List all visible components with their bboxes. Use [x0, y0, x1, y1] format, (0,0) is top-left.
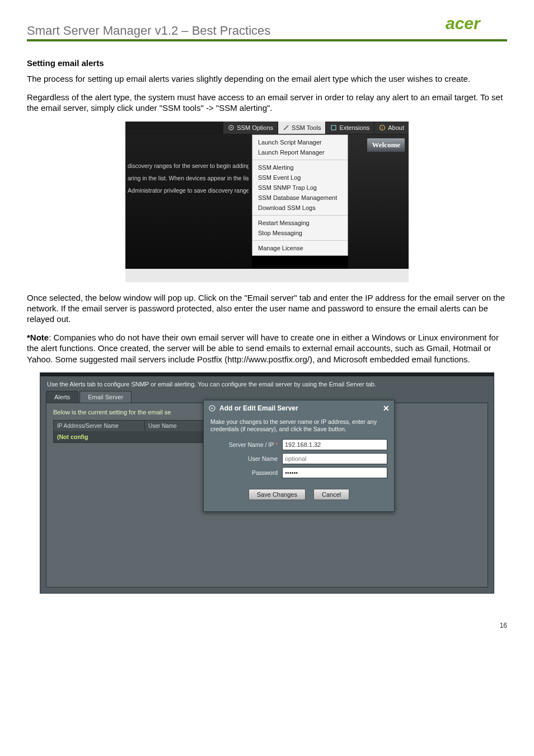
- menu-about[interactable]: i About: [374, 122, 409, 134]
- dropdown-item-ssm-database-management[interactable]: SSM Database Management: [252, 193, 348, 203]
- screenshot-left-text: discovery ranges for the server to begin…: [125, 134, 252, 269]
- dropdown-item-stop-messaging[interactable]: Stop Messaging: [252, 228, 348, 238]
- bg-text-line: aring in the list. When devices appear i…: [128, 175, 249, 181]
- screenshot-ssm-tools-menu: SSM Options SSM Tools Extensions i About…: [125, 122, 409, 282]
- menubar: SSM Options SSM Tools Extensions i About: [125, 122, 409, 134]
- dropdown-item-ssm-event-log[interactable]: SSM Event Log: [252, 172, 348, 183]
- email-server-table: IP Address/Server Name User Name (Not co…: [53, 420, 211, 443]
- note-text: : Companies who do not have their own em…: [27, 333, 499, 363]
- section-heading: Setting email alerts: [27, 58, 507, 68]
- close-icon[interactable]: ✕: [383, 404, 390, 413]
- tab-email-server[interactable]: Email Server: [79, 391, 132, 403]
- dropdown-item-download-ssm-logs[interactable]: Download SSM Logs: [252, 203, 348, 213]
- acer-logo: acer: [446, 16, 507, 38]
- menu-extensions[interactable]: Extensions: [325, 122, 374, 134]
- paragraph-1: The process for setting up email alerts …: [27, 73, 507, 84]
- svg-rect-3: [331, 125, 336, 130]
- menu-ssm-options[interactable]: SSM Options: [223, 122, 278, 134]
- paragraph-3: Once selected, the below window will pop…: [27, 292, 507, 325]
- bg-text-line: discovery ranges for the server to begin…: [128, 162, 249, 169]
- tools-icon: [283, 124, 289, 131]
- bg-text-line: Administrator privilege to save discover…: [128, 187, 249, 194]
- paragraph-2: Regardless of the alert type, the system…: [27, 92, 507, 113]
- table-header-ip: IP Address/Server Name: [54, 421, 145, 431]
- menu-label: Extensions: [339, 124, 369, 131]
- extensions-icon: [330, 124, 337, 131]
- about-icon: i: [379, 124, 386, 131]
- dropdown-item-launch-report-manager[interactable]: Launch Report Manager: [252, 147, 348, 157]
- dropdown-item-ssm-snmp-trap-log[interactable]: SSM SNMP Trap Log: [252, 183, 348, 193]
- svg-point-7: [211, 407, 213, 409]
- welcome-badge: Welcome: [367, 138, 405, 152]
- modal-instructions: Make your changes to the server name or …: [210, 418, 387, 433]
- label-server-name-ip: Server Name / IP *: [210, 441, 282, 448]
- gear-icon: [228, 124, 235, 131]
- cancel-button[interactable]: Cancel: [313, 489, 349, 500]
- dropdown-item-ssm-alerting[interactable]: SSM Alerting: [252, 162, 348, 172]
- menu-label: SSM Tools: [292, 124, 321, 131]
- table-cell-status: (Not config: [54, 431, 144, 442]
- menu-ssm-tools[interactable]: SSM Tools: [278, 122, 325, 134]
- table-header-user: User Name: [145, 421, 210, 431]
- dropdown-item-manage-license[interactable]: Manage License: [252, 243, 348, 253]
- input-server-name-ip[interactable]: [282, 439, 387, 450]
- svg-text:i: i: [382, 126, 383, 130]
- table-row[interactable]: (Not config: [54, 431, 210, 442]
- label-password: Password: [210, 469, 282, 476]
- svg-text:acer: acer: [446, 16, 481, 32]
- dropdown-item-launch-script-manager[interactable]: Launch Script Manager: [252, 137, 348, 147]
- svg-point-2: [231, 127, 232, 128]
- tab-alerts[interactable]: Alerts: [46, 391, 78, 403]
- dropdown-item-restart-messaging[interactable]: Restart Messaging: [252, 218, 348, 228]
- note-label: *Note: [27, 333, 49, 342]
- gear-icon: [208, 404, 216, 412]
- label-user-name: User Name: [210, 455, 282, 462]
- menu-label: About: [388, 124, 404, 131]
- paragraph-note: *Note: Companies who do not have their o…: [27, 332, 507, 365]
- doc-header: Smart Server Manager v1.2 – Best Practic…: [27, 16, 507, 41]
- doc-title: Smart Server Manager v1.2 – Best Practic…: [27, 24, 270, 38]
- menu-label: SSM Options: [237, 124, 273, 131]
- input-password[interactable]: [282, 467, 387, 478]
- page-number: 16: [27, 622, 507, 629]
- panel-description: Use the Alerts tab to configure SNMP or …: [40, 376, 494, 391]
- screenshot-email-server-dialog: Use the Alerts tab to configure SNMP or …: [40, 372, 494, 594]
- add-edit-email-server-modal: Add or Edit Email Server ✕ Make your cha…: [203, 400, 395, 512]
- modal-title-text: Add or Edit Email Server: [219, 404, 298, 412]
- save-changes-button[interactable]: Save Changes: [249, 489, 306, 500]
- input-user-name[interactable]: [282, 453, 387, 464]
- ssm-tools-dropdown: Launch Script Manager Launch Report Mana…: [252, 134, 348, 256]
